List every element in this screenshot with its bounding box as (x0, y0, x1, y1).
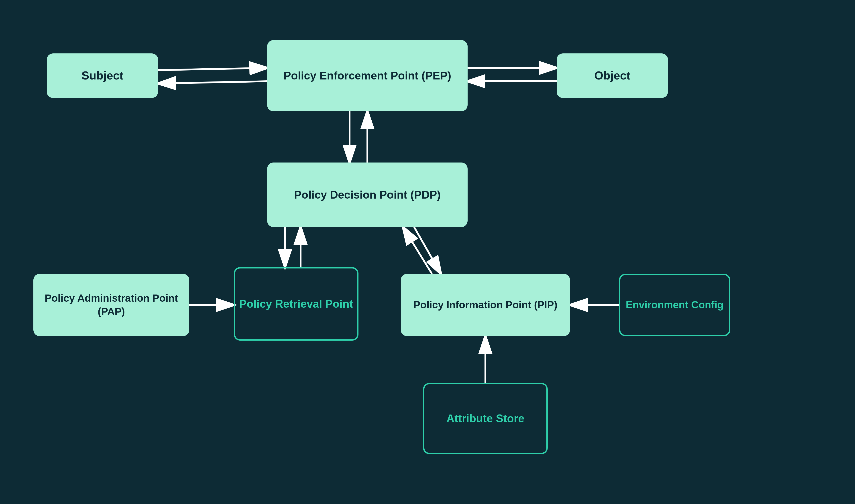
arrow-pep-to-subject (158, 81, 267, 84)
prp-label: Policy Retrieval Point (239, 297, 353, 311)
prp-node: Policy Retrieval Point (234, 267, 358, 341)
subject-label: Subject (82, 68, 123, 83)
env-config-node: Environment Config (619, 274, 730, 336)
pap-label: Policy Administration Point (PAP) (33, 292, 189, 318)
pep-node: Policy Enforcement Point (PEP) (267, 40, 467, 111)
pep-label: Policy Enforcement Point (PEP) (284, 69, 451, 83)
attr-store-node: Attribute Store (423, 383, 548, 454)
arrow-pip-to-pdp (403, 227, 432, 274)
object-label: Object (594, 68, 630, 83)
pap-node: Policy Administration Point (PAP) (33, 274, 189, 336)
pdp-node: Policy Decision Point (PDP) (267, 162, 467, 227)
object-node: Object (557, 53, 668, 98)
pip-label: Policy Information Point (PIP) (413, 298, 557, 312)
pip-node: Policy Information Point (PIP) (401, 274, 570, 336)
arrow-pdp-to-pip (414, 227, 441, 274)
diagram: Subject Policy Enforcement Point (PEP) O… (0, 0, 855, 504)
pdp-label: Policy Decision Point (PDP) (294, 188, 441, 202)
arrow-subject-to-pep (158, 68, 267, 70)
env-config-label: Environment Config (626, 298, 724, 312)
subject-node: Subject (47, 53, 158, 98)
attr-store-label: Attribute Store (446, 411, 524, 426)
